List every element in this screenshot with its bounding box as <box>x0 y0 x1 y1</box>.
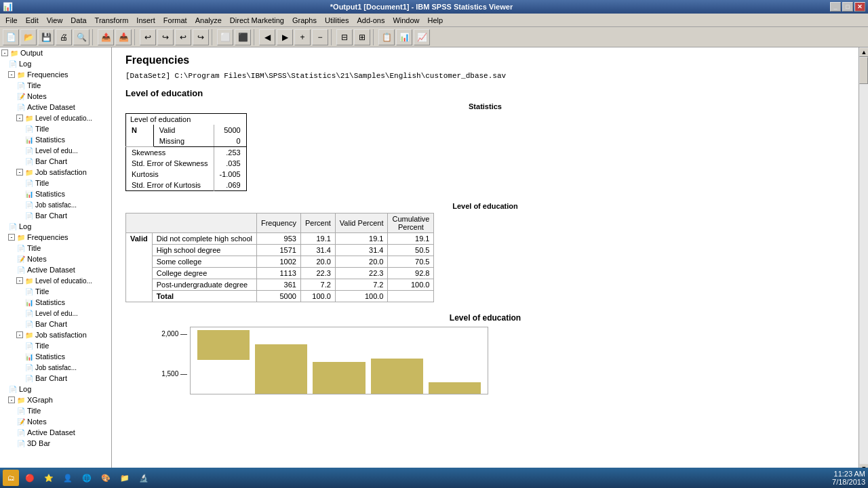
tree-item-freq2[interactable]: - 📁 Frequencies <box>0 232 111 243</box>
taskbar-icon-folder[interactable]: 📁 <box>117 470 133 486</box>
tree-item-freq2-job[interactable]: - 📁 Job satisfaction <box>0 329 111 340</box>
expand-output[interactable]: - <box>1 49 8 56</box>
tree-item-3dbar[interactable]: 📄 3D Bar <box>0 438 111 449</box>
tree-item-freq2-level-table[interactable]: 📄 Level of edu... <box>0 308 111 319</box>
tree-item-freq1-title[interactable]: 📄 Title <box>0 80 111 91</box>
tree-item-freq1-level-bar[interactable]: 📄 Bar Chart <box>0 156 111 167</box>
import-button[interactable]: 📥 <box>115 29 132 45</box>
print-button[interactable]: 🖨 <box>56 29 72 45</box>
close-button[interactable]: ✕ <box>854 2 865 12</box>
undo-button[interactable]: ↩ <box>140 29 156 45</box>
expand-freq1[interactable]: - <box>8 71 15 78</box>
tree-item-freq2-title[interactable]: 📄 Title <box>0 243 111 253</box>
tree-item-job2-table[interactable]: 📄 Job satisfac... <box>0 362 111 373</box>
taskbar-icon-paint[interactable]: 🎨 <box>98 470 114 486</box>
minimize-button[interactable]: _ <box>830 2 841 12</box>
collapse-all-button[interactable]: ⊟ <box>336 29 353 45</box>
tree-item-freq2-notes[interactable]: 📝 Notes <box>0 253 111 264</box>
tree-item-xgraph-notes[interactable]: 📝 Notes <box>0 416 111 427</box>
scroll-up-button[interactable]: ▲ <box>859 47 868 57</box>
tree-item-freq1-level[interactable]: - 📁 Level of educatio... <box>0 113 111 123</box>
tree-item-freq1-job[interactable]: - 📁 Job satisfaction <box>0 167 111 178</box>
menu-direct-marketing[interactable]: Direct Marketing <box>226 15 288 26</box>
maximize-button[interactable]: □ <box>842 2 853 12</box>
dialog2-button[interactable]: ⬛ <box>235 29 251 45</box>
menu-help[interactable]: Help <box>424 15 448 26</box>
export-button[interactable]: 📤 <box>98 29 114 45</box>
tree-label-freq2-level-bar: Bar Chart <box>35 320 67 328</box>
undo2-button[interactable]: ↩ <box>175 29 191 45</box>
menu-file[interactable]: File <box>1 15 22 26</box>
tree-item-job2-title[interactable]: 📄 Title <box>0 340 111 351</box>
view3-button[interactable]: 📈 <box>414 29 430 45</box>
tree-item-output[interactable]: - 📁 Output <box>0 47 111 58</box>
expand-freq1-level[interactable]: - <box>16 115 23 121</box>
tree-item-job1-table[interactable]: 📄 Job satisfac... <box>0 199 111 210</box>
remove-button[interactable]: − <box>312 29 328 45</box>
expand-xgraph[interactable]: - <box>8 396 15 403</box>
taskbar-icon-user[interactable]: 👤 <box>60 470 76 486</box>
freq-row4-freq: 361 <box>256 279 300 291</box>
taskbar-icon-star[interactable]: ⭐ <box>41 470 57 486</box>
tree-item-job2-bar[interactable]: 📄 Bar Chart <box>0 373 111 384</box>
tree-item-log2[interactable]: 📄 Log <box>0 221 111 232</box>
tree-item-freq2-level-title[interactable]: 📄 Title <box>0 286 111 297</box>
expand-freq1-job[interactable]: - <box>16 169 23 176</box>
nav-back-button[interactable]: ◀ <box>259 29 275 45</box>
bar-4-fill <box>371 359 423 394</box>
redo-button[interactable]: ↪ <box>157 29 174 45</box>
save-button[interactable]: 💾 <box>38 29 54 45</box>
tree-item-log3[interactable]: 📄 Log <box>0 384 111 394</box>
taskbar-icon-explorer[interactable]: 🗂 <box>3 470 19 486</box>
tree-item-freq1-level-title[interactable]: 📄 Title <box>0 123 111 134</box>
open-button[interactable]: 📂 <box>20 29 37 45</box>
menu-add-ons[interactable]: Add-ons <box>353 15 389 26</box>
tree-item-job2-stats[interactable]: 📊 Statistics <box>0 351 111 362</box>
tree-item-job1-stats[interactable]: 📊 Statistics <box>0 188 111 199</box>
scroll-thumb[interactable] <box>859 57 868 84</box>
tree-item-xgraph-title[interactable]: 📄 Title <box>0 405 111 416</box>
tree-item-freq2-level-bar[interactable]: 📄 Bar Chart <box>0 319 111 329</box>
menu-format[interactable]: Format <box>159 15 191 26</box>
add-button[interactable]: + <box>294 29 311 45</box>
tree-item-freq1[interactable]: - 📁 Frequencies <box>0 69 111 80</box>
menu-transform[interactable]: Transform <box>91 15 133 26</box>
dialog1-button[interactable]: ⬜ <box>217 29 233 45</box>
tree-item-freq1-notes[interactable]: 📝 Notes <box>0 91 111 102</box>
expand-freq2-job[interactable]: - <box>16 331 23 338</box>
tree-item-log1[interactable]: 📄 Log <box>0 58 111 69</box>
new-button[interactable]: 📄 <box>3 29 19 45</box>
redo2-button[interactable]: ↪ <box>193 29 209 45</box>
expand-freq2[interactable]: - <box>8 234 15 241</box>
menu-window[interactable]: Window <box>389 15 423 26</box>
tree-item-freq1-level-stats[interactable]: 📊 Statistics <box>0 134 111 145</box>
tree-item-job1-bar[interactable]: 📄 Bar Chart <box>0 210 111 221</box>
taskbar-icon-ie[interactable]: 🌐 <box>79 470 95 486</box>
taskbar-icon-firefox[interactable]: 🔴 <box>22 470 38 486</box>
menu-view[interactable]: View <box>43 15 67 26</box>
tree-item-job1-title[interactable]: 📄 Title <box>0 178 111 188</box>
tree-item-freq2-level[interactable]: - 📁 Level of educatio... <box>0 275 111 286</box>
menu-data[interactable]: Data <box>66 15 90 26</box>
tree-item-freq1-level-table[interactable]: 📄 Level of edu... <box>0 145 111 156</box>
expand-freq2-level[interactable]: - <box>16 277 23 284</box>
print-preview-button[interactable]: 🔍 <box>73 29 90 45</box>
vertical-scrollbar[interactable]: ▲ ▼ <box>859 47 868 473</box>
menu-analyze[interactable]: Analyze <box>191 15 226 26</box>
expand-all-button[interactable]: ⊞ <box>354 29 370 45</box>
tree-item-xgraph[interactable]: - 📁 XGraph <box>0 394 111 405</box>
view2-button[interactable]: 📊 <box>396 29 412 45</box>
menu-graphs[interactable]: Graphs <box>288 15 321 26</box>
menu-insert[interactable]: Insert <box>132 15 159 26</box>
nav-fwd-button[interactable]: ▶ <box>277 29 293 45</box>
view1-button[interactable]: 📋 <box>378 29 395 45</box>
tree-item-freq2-level-stats[interactable]: 📊 Statistics <box>0 297 111 308</box>
tree-item-freq1-activeds[interactable]: 📄 Active Dataset <box>0 102 111 113</box>
tree-item-xgraph-activeds[interactable]: 📄 Active Dataset <box>0 427 111 438</box>
menu-utilities[interactable]: Utilities <box>321 15 353 26</box>
menu-edit[interactable]: Edit <box>22 15 43 26</box>
tree-item-freq2-activeds[interactable]: 📄 Active Dataset <box>0 264 111 275</box>
tree-label-3dbar: 3D Bar <box>27 439 50 447</box>
note-icon-xgraph: 📝 <box>16 417 26 426</box>
taskbar-icon-spss[interactable]: 🔬 <box>136 470 152 486</box>
